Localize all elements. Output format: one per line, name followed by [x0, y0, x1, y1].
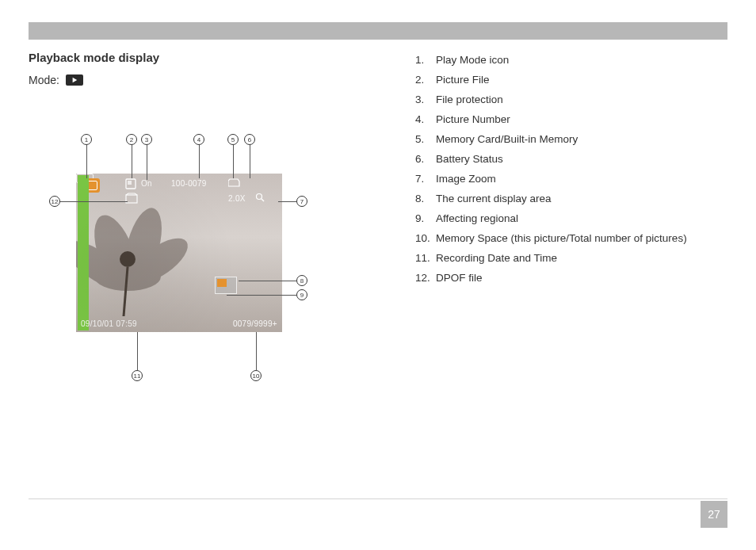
legend-item: 6.Battery Status: [415, 150, 727, 170]
legend-item: 4.Picture Number: [415, 110, 727, 130]
svg-point-10: [257, 194, 262, 200]
legend-item: 1.Play Mode icon: [415, 51, 727, 71]
picture-file-icon: [125, 178, 136, 189]
legend-item: 2.Picture File: [415, 71, 727, 90]
memory-card-icon: [228, 178, 241, 188]
callout-3: 3: [141, 134, 152, 145]
legend-item: 11.Recording Date and Time: [415, 249, 727, 269]
callout-1: 1: [81, 134, 92, 145]
callout-8: 8: [296, 275, 307, 286]
callout-12: 12: [49, 196, 60, 207]
callout-11: 11: [132, 370, 143, 381]
callout-4: 4: [193, 134, 204, 145]
play-mode-icon: [81, 178, 100, 193]
recording-date-time-label: 09/10/01 07:59: [81, 319, 137, 328]
legend-item: 7. Image Zoom: [415, 170, 727, 189]
legend-item: 8.The current display area: [415, 189, 727, 209]
legend-column: 1.Play Mode icon 2.Picture File 3.File p…: [415, 51, 727, 388]
callout-7: 7: [296, 196, 307, 207]
legend-item: 5.Memory Card/Built-in Memory: [415, 130, 727, 150]
footer-rule: [29, 498, 727, 499]
current-display-area-box: [215, 277, 237, 294]
svg-line-11: [262, 199, 264, 201]
manual-page: Playback mode display Mode: 1 2 3 4 5 6 …: [0, 0, 756, 550]
legend-item: 10.Memory Space (this picture/Total numb…: [415, 229, 727, 249]
svg-rect-7: [126, 179, 136, 189]
callout-9: 9: [296, 289, 307, 300]
legend-list: 1.Play Mode icon 2.Picture File 3.File p…: [415, 51, 727, 288]
svg-point-5: [94, 262, 161, 291]
svg-marker-0: [73, 78, 78, 82]
file-protection-label: On: [141, 179, 152, 188]
svg-point-1: [86, 209, 146, 296]
svg-point-2: [118, 204, 168, 285]
affecting-regional-box: [217, 279, 227, 287]
svg-rect-8: [128, 181, 132, 185]
legend-item: 9.Affecting regional: [415, 209, 727, 229]
svg-point-6: [120, 251, 136, 267]
lcd-screen-preview: On 100-0079 2.0X 09/10/01: [76, 174, 282, 332]
flower-image: [76, 197, 211, 316]
svg-point-4: [124, 230, 194, 292]
left-column: Playback mode display Mode: 1 2 3 4 5 6 …: [29, 51, 369, 388]
callout-diagram: 1 2 3 4 5 6 7 8 9 10 11 12: [36, 134, 353, 388]
playback-mode-icon: [66, 74, 83, 86]
page-number: 27: [701, 501, 727, 528]
legend-item: 3.File protection: [415, 90, 727, 110]
picture-number-label: 100-0079: [171, 179, 207, 188]
legend-item: 12.DPOF file: [415, 269, 727, 288]
callout-6: 6: [244, 134, 255, 145]
svg-point-3: [76, 232, 133, 296]
magnifier-icon: [255, 193, 265, 202]
mode-label: Mode:: [29, 74, 59, 86]
callout-5: 5: [227, 134, 239, 145]
zoom-value-label: 2.0X: [228, 194, 246, 203]
section-title: Playback mode display: [29, 51, 369, 64]
callout-10: 10: [250, 370, 262, 381]
memory-space-label: 0079/9999+: [233, 319, 277, 328]
svg-rect-9: [126, 195, 137, 203]
mode-line: Mode:: [29, 74, 369, 86]
header-bar: [29, 22, 727, 40]
callout-2: 2: [126, 134, 137, 145]
battery-status-icon: [76, 174, 94, 183]
